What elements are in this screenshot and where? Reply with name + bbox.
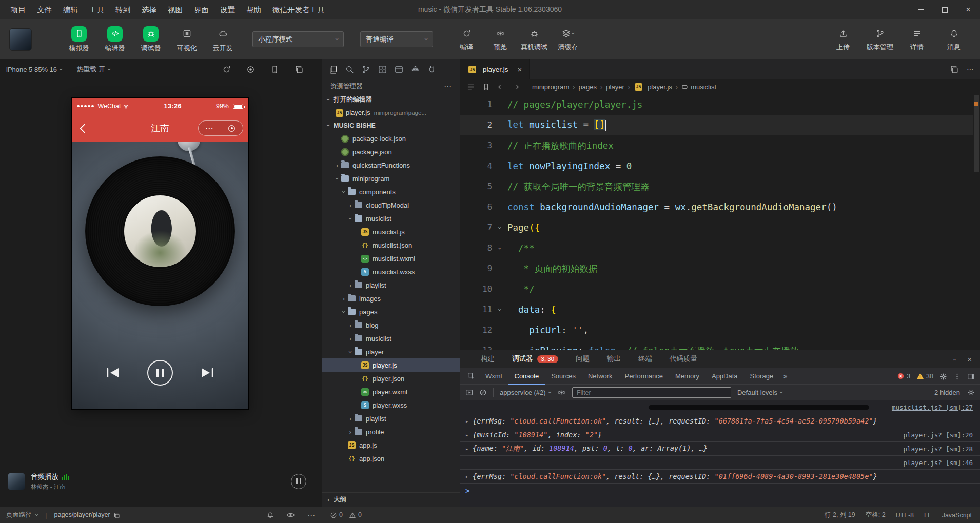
panel-tab-terminal[interactable]: 终端 (638, 354, 652, 364)
breadcrumb-item-2[interactable]: player (606, 83, 624, 91)
code-line-9[interactable]: 9 * 页面的初始数据 (460, 258, 973, 279)
breadcrumb-item-0[interactable]: miniprogram (532, 83, 569, 91)
expand-object-icon[interactable]: ▸ (465, 432, 468, 438)
fold-icon[interactable]: › (492, 245, 507, 252)
restart-icon[interactable] (222, 65, 231, 73)
console-error-count[interactable]: 3 (897, 372, 910, 380)
panel-tab-build[interactable]: 构建 (481, 354, 495, 364)
pause-button[interactable] (147, 360, 173, 386)
multi-window-icon[interactable] (295, 65, 303, 73)
version-button[interactable]: 版本管理 (865, 27, 895, 52)
menu-item-5[interactable]: 选择 (136, 0, 162, 19)
code-line-3[interactable]: 3 // 正在播放歌曲的index (460, 135, 973, 156)
code-line-2[interactable]: 2 let musiclist = [] (460, 115, 973, 135)
tree-item-2[interactable]: ›quickstartFunctions (322, 158, 460, 172)
code-line-10[interactable]: 10 */ (460, 279, 973, 299)
compile-button[interactable]: 编译 (452, 27, 481, 52)
code-line-4[interactable]: 4 let nowPlayingIndex = 0 (460, 156, 973, 176)
menu-item-7[interactable]: 界面 (188, 0, 214, 19)
code-line-8[interactable]: 8 › /** (460, 238, 973, 258)
tree-item-3[interactable]: ›miniprogram (322, 172, 460, 185)
fold-icon[interactable]: › (492, 306, 507, 314)
code-line-7[interactable]: 7 › Page({ (460, 217, 973, 238)
page-path-label[interactable]: 页面路径 (6, 511, 32, 519)
devtools-tab-appdata[interactable]: AppData (705, 368, 744, 385)
dock-side-icon[interactable] (967, 372, 975, 380)
record-icon[interactable] (246, 65, 255, 73)
tree-item-1[interactable]: ›package.json (322, 145, 460, 158)
scrollbar-thumb[interactable] (974, 95, 979, 172)
cursor-position[interactable]: 行 2, 列 19 (825, 511, 855, 519)
capsule-exit-button[interactable] (221, 125, 243, 132)
devtools-tab-console[interactable]: Console (508, 368, 545, 385)
devtools-tab-memory[interactable]: Memory (669, 368, 705, 385)
simulator-button[interactable]: 模拟器 (64, 26, 94, 53)
menu-item-9[interactable]: 帮助 (241, 0, 267, 19)
expand-object-icon[interactable]: ▸ (465, 418, 468, 424)
devtools-tab-network[interactable]: Network (582, 368, 619, 385)
navigate-forward-icon[interactable] (512, 83, 520, 91)
menu-item-4[interactable]: 转到 (110, 0, 136, 19)
compile-select[interactable]: 普通编译› (360, 31, 433, 47)
tree-item-8[interactable]: ›{}musiclist.json (322, 238, 460, 252)
devtools-kebab-menu-icon[interactable] (953, 372, 961, 380)
message-button[interactable]: 消息 (939, 27, 969, 52)
close-button[interactable]: × (956, 0, 980, 19)
copy-path-icon[interactable] (113, 511, 120, 518)
tree-item-6[interactable]: ›musiclist (322, 212, 460, 225)
editor-tab-player-js[interactable]: JS player.js × (460, 59, 530, 79)
clear-cache-button[interactable]: › 清缓存 (553, 27, 583, 52)
language-mode[interactable]: JavaScript (942, 512, 972, 519)
tree-item-5[interactable]: ›cloudTipModal (322, 198, 460, 212)
tree-item-16[interactable]: ›player (322, 345, 460, 358)
next-track-button[interactable] (201, 367, 214, 378)
bell-icon[interactable] (267, 511, 274, 519)
tree-item-17[interactable]: ›JSplayer.js (322, 358, 460, 372)
menu-item-1[interactable]: 文件 (31, 0, 57, 19)
console-warning-count[interactable]: 30 (916, 372, 933, 380)
console-source-link[interactable]: player.js? [sm]:20 (893, 431, 973, 439)
code-line-11[interactable]: 11 › data: { (460, 299, 973, 320)
tree-item-12[interactable]: ›images (322, 292, 460, 305)
console-filter-input[interactable] (572, 387, 731, 398)
panel-tab-problems[interactable]: 问题 (576, 354, 590, 364)
tree-item-11[interactable]: ›playlist (322, 278, 460, 292)
menu-item-3[interactable]: 工具 (84, 0, 110, 19)
devtools-settings-gear-icon[interactable] (939, 372, 947, 380)
menu-item-6[interactable]: 视图 (162, 0, 188, 19)
eol-setting[interactable]: LF (924, 512, 932, 519)
more-menu-button[interactable]: ⋯ (199, 124, 221, 133)
more-icon[interactable]: ⋯ (307, 511, 316, 520)
breadcrumb-item-3[interactable]: JSplayer.js (634, 83, 672, 91)
live-expression-eye-icon[interactable] (557, 388, 566, 397)
devtools-tab-wxml[interactable]: Wxml (479, 368, 508, 385)
docker-icon[interactable] (411, 65, 420, 74)
execution-context-select[interactable]: appservice (#2)› (500, 389, 551, 396)
devtools-tab-storage[interactable]: Storage (744, 368, 780, 385)
panel-tab-debugger[interactable]: 调试器 3, 30 (512, 354, 558, 364)
files-icon[interactable] (329, 65, 338, 74)
panel-tab-output[interactable]: 输出 (607, 354, 621, 364)
menu-item-0[interactable]: 项目 (5, 0, 31, 19)
project-root-section[interactable]: › MUSIC BISHE (322, 119, 460, 132)
editor-scrollbar[interactable] (973, 94, 980, 350)
problems-summary[interactable]: 0 0 (330, 511, 362, 519)
split-editor-icon[interactable] (950, 65, 958, 74)
tree-item-7[interactable]: ›JSmusiclist.js (322, 225, 460, 238)
code-button[interactable]: 编辑器 (100, 26, 130, 53)
eye-button[interactable]: 预览 (485, 27, 515, 52)
console-prompt[interactable]: > (460, 484, 980, 497)
code-area[interactable]: 1 // pages/player/player.js 2 let musicl… (460, 94, 973, 350)
hot-reload-toggle[interactable]: 热重载 开› (76, 65, 110, 74)
outline-toggle-icon[interactable] (466, 82, 475, 91)
console-horizontal-scrollbar[interactable] (649, 405, 869, 410)
editor-more-icon[interactable]: ⋯ (967, 65, 974, 73)
user-avatar[interactable] (9, 28, 32, 51)
tree-item-4[interactable]: ›components (322, 185, 460, 198)
window-icon[interactable] (395, 65, 403, 74)
console-source-link[interactable]: player.js? [sm]:46 (893, 459, 973, 467)
layout-icon[interactable] (378, 65, 387, 74)
devtools-tab-sources[interactable]: Sources (545, 368, 582, 385)
expand-object-icon[interactable]: ▸ (465, 446, 468, 452)
outline-section[interactable]: › 大纲 (322, 492, 460, 507)
